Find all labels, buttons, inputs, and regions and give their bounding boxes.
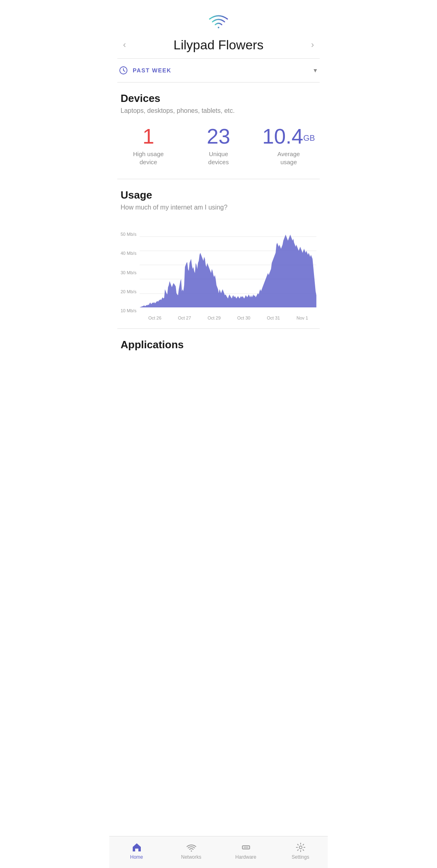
y-label-40: 40 Mb/s <box>121 251 136 256</box>
clock-icon <box>119 66 128 75</box>
high-usage-label: High usagedevice <box>113 150 183 166</box>
devices-subtitle: Laptops, desktops, phones, tablets, etc. <box>121 107 316 114</box>
wifi-icon <box>207 12 230 29</box>
header: ‹ Lilypad Flowers › <box>109 33 328 58</box>
x-label-oct27: Oct 27 <box>178 315 191 320</box>
y-label-10: 10 Mb/s <box>121 309 136 313</box>
stat-average-usage: 10.4GB Averageusage <box>254 126 324 166</box>
devices-section: Devices Laptops, desktops, phones, table… <box>109 83 328 114</box>
applications-title: Applications <box>121 339 316 351</box>
svg-marker-6 <box>140 235 316 307</box>
stat-unique-devices: 23 Uniquedevices <box>183 126 253 166</box>
chart-area: 10 Mb/s 20 Mb/s 30 Mb/s 40 Mb/s 50 Mb/s <box>121 222 316 313</box>
devices-title: Devices <box>121 92 316 105</box>
y-label-50: 50 Mb/s <box>121 232 136 237</box>
dropdown-arrow-icon: ▼ <box>312 67 318 74</box>
x-label-nov1: Nov 1 <box>297 315 308 320</box>
stat-high-usage: 1 High usagedevice <box>113 126 183 166</box>
usage-chart: 10 Mb/s 20 Mb/s 30 Mb/s 40 Mb/s 50 Mb/s <box>121 222 316 320</box>
x-label-oct26: Oct 26 <box>148 315 161 320</box>
page-title: Lilypad Flowers <box>130 38 307 53</box>
top-wifi-area <box>109 0 328 33</box>
average-usage-value: 10.4GB <box>254 126 324 147</box>
usage-title: Usage <box>121 189 316 201</box>
x-label-oct30: Oct 30 <box>237 315 250 320</box>
chart-y-labels: 10 Mb/s 20 Mb/s 30 Mb/s 40 Mb/s 50 Mb/s <box>121 232 136 313</box>
stats-row: 1 High usagedevice 23 Uniquedevices 10.4… <box>109 126 328 179</box>
next-button[interactable]: › <box>307 37 318 53</box>
unique-devices-label: Uniquedevices <box>183 150 253 166</box>
prev-button[interactable]: ‹ <box>119 37 130 53</box>
chart-graph <box>140 222 316 311</box>
high-usage-value: 1 <box>113 126 183 147</box>
applications-section: Applications <box>109 329 328 394</box>
x-label-oct31: Oct 31 <box>267 315 280 320</box>
average-usage-label: Averageusage <box>254 150 324 166</box>
usage-section: Usage How much of my internet am I using… <box>109 179 328 320</box>
chart-x-labels: Oct 26 Oct 27 Oct 29 Oct 30 Oct 31 Nov 1 <box>140 313 316 320</box>
y-label-20: 20 Mb/s <box>121 290 136 294</box>
period-selector[interactable]: PAST WEEK ▼ <box>109 59 328 82</box>
period-label: PAST WEEK <box>133 67 312 74</box>
unique-devices-value: 23 <box>183 126 253 147</box>
x-label-oct29: Oct 29 <box>208 315 221 320</box>
usage-subtitle: How much of my internet am I using? <box>121 204 316 211</box>
y-label-30: 30 Mb/s <box>121 271 136 275</box>
chart-svg-wrapper <box>140 222 316 313</box>
